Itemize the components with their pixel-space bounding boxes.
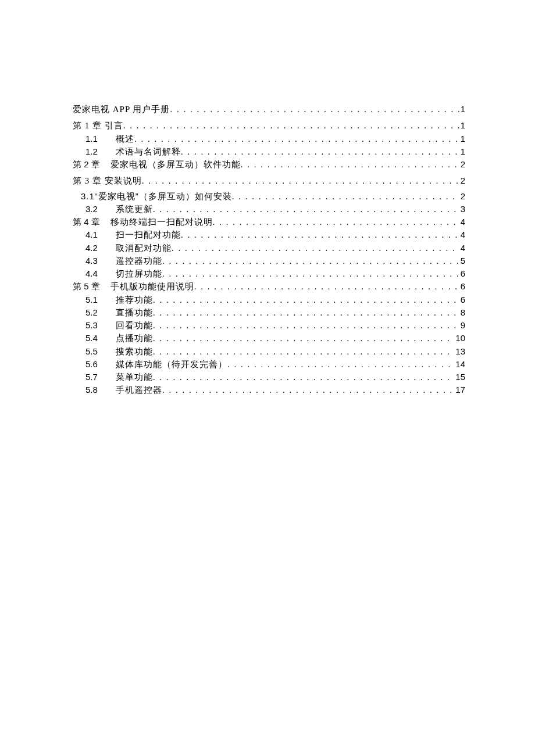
toc-entry-number: 第 5 章 bbox=[73, 281, 100, 292]
toc-entry-page: 4 bbox=[459, 216, 465, 228]
toc-leader-dots bbox=[153, 294, 459, 306]
toc-entry[interactable]: 4.3遥控器功能 5 bbox=[73, 255, 465, 267]
toc-entry-title: 术语与名词解释 bbox=[116, 146, 181, 157]
toc-entry-number: 第 4 章 bbox=[73, 216, 100, 228]
toc-entry-title: 手机版功能使用说明 bbox=[110, 281, 194, 292]
toc-leader-dots bbox=[153, 203, 459, 215]
toc-leader-dots bbox=[241, 159, 459, 170]
toc-entry-number: 4.2 bbox=[85, 242, 116, 254]
toc-entry-title: 回看功能 bbox=[116, 320, 153, 331]
toc-entry[interactable]: 5.5搜索功能 13 bbox=[73, 346, 465, 357]
toc-entry[interactable]: 第 4 章移动终端扫一扫配对说明 4 bbox=[73, 216, 465, 228]
toc-entry-page: 2 bbox=[459, 159, 465, 170]
toc-leader-dots bbox=[213, 216, 459, 228]
toc-entry-title: 第 3 章 安装说明 bbox=[73, 175, 142, 187]
toc-entry-title: 遥控器功能 bbox=[116, 255, 162, 267]
toc-entry-title: 直播功能 bbox=[116, 307, 153, 318]
toc-entry[interactable]: 5.8手机遥控器 17 bbox=[73, 384, 465, 396]
toc-entry-page: 4 bbox=[459, 242, 465, 254]
toc-entry-number: 5.2 bbox=[85, 307, 116, 318]
toc-entry-page: 13 bbox=[454, 346, 465, 357]
toc-leader-dots bbox=[227, 359, 454, 370]
toc-entry-page: 8 bbox=[459, 307, 465, 318]
toc-entry-number: 4.4 bbox=[85, 268, 116, 280]
toc-entry-title: 点播功能 bbox=[116, 332, 153, 344]
toc-entry[interactable]: 4.1扫一扫配对功能 4 bbox=[73, 229, 465, 241]
toc-entry-title: 爱家电视 APP 用户手册 bbox=[73, 103, 170, 115]
toc-entry-title: 3.1“爱家电视”（多屏互动）如何安装 bbox=[81, 191, 232, 202]
toc-leader-dots bbox=[162, 268, 459, 280]
toc-entry[interactable]: 3.2系统更新 3 bbox=[73, 203, 465, 215]
toc-entry[interactable]: 第 1 章 引言 1 bbox=[73, 120, 465, 131]
toc-leader-dots bbox=[232, 191, 459, 202]
toc-entry[interactable]: 5.7菜单功能 15 bbox=[73, 371, 465, 383]
toc-entry[interactable]: 3.1“爱家电视”（多屏互动）如何安装 2 bbox=[73, 191, 465, 202]
toc-leader-dots bbox=[153, 371, 454, 383]
toc-leader-dots bbox=[170, 103, 459, 115]
toc-entry-page: 1 bbox=[459, 103, 465, 115]
toc-entry-number: 1.1 bbox=[85, 133, 116, 145]
toc-leader-dots bbox=[194, 281, 459, 292]
toc-leader-dots bbox=[153, 307, 459, 318]
toc-leader-dots bbox=[134, 133, 459, 145]
toc-entry-page: 2 bbox=[459, 191, 465, 202]
toc-leader-dots bbox=[162, 384, 454, 396]
toc-entry-page: 17 bbox=[454, 384, 465, 396]
toc-entry[interactable]: 4.2取消配对功能 4 bbox=[73, 242, 465, 254]
toc-entry[interactable]: 4.4切拉屏功能 6 bbox=[73, 268, 465, 280]
toc-entry-title: 系统更新 bbox=[116, 203, 153, 215]
toc-entry-title: 爱家电视（多屏互动）软件功能 bbox=[110, 159, 241, 170]
toc-leader-dots bbox=[123, 120, 459, 131]
toc-leader-dots bbox=[153, 346, 454, 357]
toc-entry-number: 5.8 bbox=[85, 384, 116, 396]
toc-entry-number: 第 2 章 bbox=[73, 159, 100, 170]
toc-entry-page: 14 bbox=[454, 359, 465, 370]
toc-leader-dots bbox=[142, 175, 459, 187]
toc-entry-page: 5 bbox=[459, 255, 465, 267]
toc-entry[interactable]: 5.4点播功能 10 bbox=[73, 332, 465, 344]
toc-entry-number: 5.6 bbox=[85, 359, 116, 370]
toc-entry-page: 9 bbox=[459, 320, 465, 331]
table-of-contents: 爱家电视 APP 用户手册 1第 1 章 引言 11.1概述 11.2术语与名词… bbox=[73, 103, 465, 396]
toc-entry-title: 切拉屏功能 bbox=[116, 268, 162, 280]
toc-entry-title: 扫一扫配对功能 bbox=[116, 229, 181, 241]
toc-entry-title: 手机遥控器 bbox=[116, 384, 162, 396]
toc-entry[interactable]: 1.2术语与名词解释 1 bbox=[73, 146, 465, 157]
toc-entry-page: 1 bbox=[459, 146, 465, 157]
toc-entry[interactable]: 1.1概述 1 bbox=[73, 133, 465, 145]
toc-entry-title: 移动终端扫一扫配对说明 bbox=[110, 216, 213, 228]
toc-entry[interactable]: 5.2直播功能 8 bbox=[73, 307, 465, 318]
toc-entry-page: 4 bbox=[459, 229, 465, 241]
toc-entry[interactable]: 爱家电视 APP 用户手册 1 bbox=[73, 103, 465, 115]
toc-entry[interactable]: 第 3 章 安装说明 2 bbox=[73, 175, 465, 187]
toc-entry-number: 4.3 bbox=[85, 255, 116, 267]
toc-entry-title: 概述 bbox=[116, 133, 134, 145]
toc-entry-number: 5.7 bbox=[85, 371, 116, 383]
toc-entry-title: 媒体库功能（待开发完善） bbox=[116, 359, 227, 370]
toc-entry-page: 1 bbox=[459, 120, 465, 131]
toc-entry-page: 6 bbox=[459, 294, 465, 306]
toc-entry-title: 搜索功能 bbox=[116, 346, 153, 357]
toc-entry[interactable]: 5.6媒体库功能（待开发完善） 14 bbox=[73, 359, 465, 370]
toc-entry[interactable]: 第 2 章爱家电视（多屏互动）软件功能 2 bbox=[73, 159, 465, 170]
toc-entry-number: 1.2 bbox=[85, 146, 116, 157]
toc-entry-title: 菜单功能 bbox=[116, 371, 153, 383]
toc-entry-page: 3 bbox=[459, 203, 465, 215]
toc-leader-dots bbox=[181, 229, 459, 241]
toc-leader-dots bbox=[162, 255, 459, 267]
toc-entry-page: 2 bbox=[459, 175, 465, 187]
document-page: 爱家电视 APP 用户手册 1第 1 章 引言 11.1概述 11.2术语与名词… bbox=[0, 0, 535, 756]
toc-entry-number: 3.2 bbox=[85, 203, 116, 215]
toc-entry-number: 4.1 bbox=[85, 229, 116, 241]
toc-entry[interactable]: 5.3回看功能 9 bbox=[73, 320, 465, 331]
toc-entry-page: 15 bbox=[454, 371, 465, 383]
toc-entry[interactable]: 第 5 章手机版功能使用说明 6 bbox=[73, 281, 465, 292]
toc-leader-dots bbox=[181, 146, 459, 157]
toc-entry-number: 5.3 bbox=[85, 320, 116, 331]
toc-entry-title: 第 1 章 引言 bbox=[73, 120, 123, 131]
toc-entry-number: 5.5 bbox=[85, 346, 116, 357]
toc-entry[interactable]: 5.1推荐功能 6 bbox=[73, 294, 465, 306]
toc-entry-title: 取消配对功能 bbox=[116, 242, 172, 254]
toc-leader-dots bbox=[153, 332, 454, 344]
toc-leader-dots bbox=[153, 320, 459, 331]
